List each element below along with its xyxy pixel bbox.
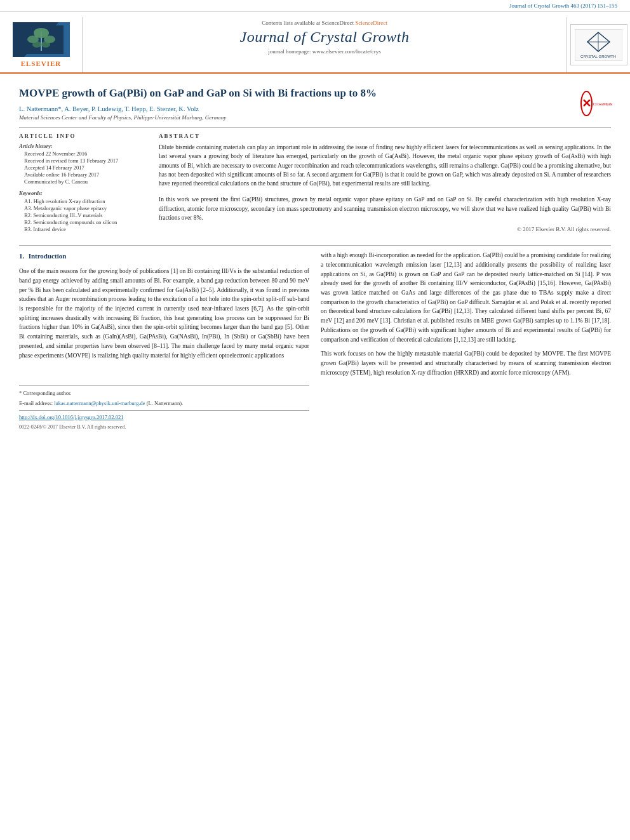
keyword-3: B2. Semiconducting III–V materials bbox=[19, 212, 146, 218]
keyword-1: A1. High resolution X-ray diffraction bbox=[19, 198, 146, 204]
abstract-text-2: In this work we present the first Ga(PBi… bbox=[159, 195, 611, 222]
keyword-4: B2. Semiconducting compounds on silicon bbox=[19, 219, 146, 225]
elsevier-wordmark: ELSEVIER bbox=[21, 60, 62, 67]
corresponding-note: * Corresponding author. bbox=[19, 389, 309, 397]
crystal-logo-image: CRYSTAL GROWTH bbox=[570, 24, 627, 65]
intro-paragraph-1: One of the main reasons for the growing … bbox=[19, 267, 309, 360]
journal-header: ELSEVIER Contents lists available at Sci… bbox=[0, 12, 630, 74]
svg-point-5 bbox=[32, 41, 41, 48]
abstract-panel: ABSTRACT Dilute bismide containing mater… bbox=[159, 133, 611, 237]
authors-line: L. Nattermann*, A. Beyer, P. Ludewig, T.… bbox=[19, 105, 611, 112]
abstract-text-1: Dilute bismide containing materials can … bbox=[159, 143, 611, 188]
article-info-heading: ARTICLE INFO bbox=[19, 133, 146, 139]
section-number: 1. bbox=[19, 252, 24, 260]
keyword-2: A3. Metalorganic vapor phase epitaxy bbox=[19, 205, 146, 211]
content-divider bbox=[19, 245, 611, 246]
sciencedirect-line: Contents lists available at ScienceDirec… bbox=[89, 20, 560, 26]
affiliation: Material Sciences Center and Faculty of … bbox=[19, 114, 611, 121]
doi-link[interactable]: http://dx.doi.org/10.1016/j.jcrysgro.201… bbox=[19, 413, 309, 422]
article-info-panel: ARTICLE INFO Article history: Received 2… bbox=[19, 133, 146, 237]
footnote-area: * Corresponding author. E-mail address: … bbox=[19, 385, 309, 431]
intro-paragraph-3: This work focuses on how the highly meta… bbox=[321, 349, 611, 377]
email-link[interactable]: lukas.nattermann@physik.uni-marburg.de bbox=[54, 400, 145, 406]
keyword-5: B3. Infrared device bbox=[19, 226, 146, 232]
crystal-growth-logo: CRYSTAL GROWTH bbox=[566, 17, 630, 72]
elsevier-logo-area: ELSEVIER bbox=[0, 17, 83, 72]
article-title: MOVPE growth of Ga(PBi) on GaP and GaP o… bbox=[19, 86, 611, 100]
section-heading-intro: Introduction bbox=[29, 252, 67, 260]
article-body: ✕ CrossMark MOVPE growth of Ga(PBi) on G… bbox=[0, 74, 630, 440]
elsevier-logo-image bbox=[13, 22, 70, 57]
journal-reference-bar: Journal of Crystal Growth 463 (2017) 151… bbox=[0, 0, 630, 12]
main-content-area: 1. Introduction One of the main reasons … bbox=[19, 251, 611, 431]
right-column: with a high enough Bi-incorporation as n… bbox=[321, 251, 611, 431]
email-note: E-mail address: lukas.nattermann@physik.… bbox=[19, 399, 309, 408]
sciencedirect-link[interactable]: ScienceDirect bbox=[355, 20, 387, 26]
elsevier-tree-icon bbox=[19, 25, 64, 54]
svg-point-6 bbox=[41, 41, 50, 48]
received-date: Received 22 November 2016 bbox=[19, 150, 146, 157]
email-suffix: (L. Nattermann). bbox=[147, 400, 183, 406]
keywords-label: Keywords: bbox=[19, 190, 146, 196]
article-history: Article history: Received 22 November 20… bbox=[19, 143, 146, 185]
journal-info-center: Contents lists available at ScienceDirec… bbox=[83, 17, 566, 72]
footnote-divider bbox=[19, 410, 309, 411]
email-label: E-mail address: bbox=[19, 400, 53, 406]
journal-reference-text: Journal of Crystal Growth 463 (2017) 151… bbox=[509, 3, 617, 9]
info-abstract-section: ARTICLE INFO Article history: Received 2… bbox=[19, 127, 611, 237]
intro-paragraph-2: with a high enough Bi-incorporation as n… bbox=[321, 251, 611, 344]
copyright-notice: © 2017 Elsevier B.V. All rights reserved… bbox=[159, 226, 611, 232]
history-label: Article history: bbox=[19, 143, 146, 149]
accepted-date: Accepted 14 February 2017 bbox=[19, 164, 146, 171]
crossmark-badge[interactable]: ✕ CrossMark bbox=[582, 89, 611, 117]
communicated-by: Communicated by C. Caneau bbox=[19, 178, 146, 185]
keywords-group: Keywords: A1. High resolution X-ray diff… bbox=[19, 190, 146, 232]
journal-title: Journal of Crystal Growth bbox=[89, 29, 560, 46]
crossmark-label: CrossMark bbox=[593, 102, 612, 107]
revised-date: Received in revised form 13 February 201… bbox=[19, 157, 146, 164]
svg-text:CRYSTAL GROWTH: CRYSTAL GROWTH bbox=[580, 55, 616, 58]
intro-heading-group: 1. Introduction bbox=[19, 251, 309, 262]
abstract-heading: ABSTRACT bbox=[159, 133, 611, 139]
crystal-logo-icon: CRYSTAL GROWTH bbox=[575, 29, 622, 61]
issn-text: 0022-0248/© 2017 Elsevier B.V. All right… bbox=[19, 423, 309, 431]
online-date: Available online 16 February 2017 bbox=[19, 171, 146, 178]
homepage-line: journal homepage: www.elsevier.com/locat… bbox=[89, 48, 560, 55]
crossmark-icon: ✕ bbox=[580, 91, 593, 116]
left-column: 1. Introduction One of the main reasons … bbox=[19, 251, 309, 431]
